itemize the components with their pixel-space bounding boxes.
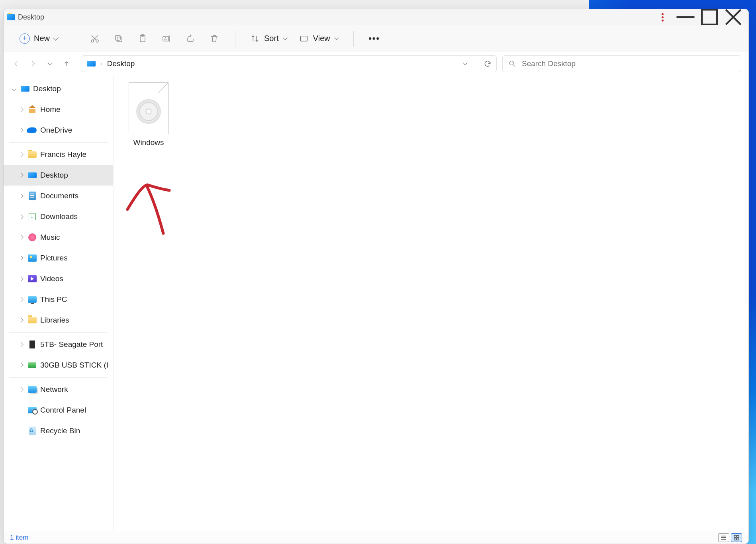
tree-item-videos[interactable]: Videos — [4, 268, 113, 289]
tree-item-music[interactable]: Music — [4, 227, 113, 248]
rename-icon: A — [162, 34, 171, 43]
trash-icon — [210, 34, 219, 43]
scissors-icon — [90, 34, 100, 43]
tree-item-this-pc[interactable]: This PC — [4, 289, 113, 310]
share-button[interactable] — [181, 29, 200, 48]
expand-toggle-icon[interactable] — [18, 151, 24, 158]
folder-icon — [28, 151, 37, 158]
tree-item-usb-drive[interactable]: 30GB USB STICK (I — [4, 355, 113, 376]
content-pane[interactable]: Windows — [114, 75, 748, 531]
desktop-icon — [28, 172, 37, 178]
expand-toggle-icon[interactable] — [18, 172, 24, 178]
new-button[interactable]: + New — [15, 31, 63, 46]
expand-toggle-icon[interactable] — [18, 296, 24, 303]
close-button[interactable] — [721, 9, 745, 25]
cut-button[interactable] — [85, 29, 104, 48]
expand-toggle-icon[interactable] — [18, 234, 24, 241]
up-button[interactable] — [61, 60, 72, 67]
address-bar[interactable]: › Desktop — [82, 55, 497, 72]
tree-item-control-panel[interactable]: Control Panel — [4, 400, 113, 421]
tree-label: Desktop — [33, 84, 61, 93]
this-pc-icon — [28, 296, 37, 303]
tree-item-onedrive[interactable]: OneDrive — [4, 120, 113, 141]
tree-item-recycle-bin[interactable]: Recycle Bin — [4, 421, 113, 441]
expand-toggle-icon[interactable] — [18, 362, 24, 368]
copy-icon — [114, 34, 123, 43]
list-lines-icon — [721, 534, 727, 541]
svg-point-16 — [509, 61, 513, 65]
tree-label: 5TB- Seagate Port — [40, 340, 103, 349]
tree-item-desktop[interactable]: Desktop — [4, 165, 113, 186]
titlebar[interactable]: Desktop — [4, 9, 748, 25]
expand-toggle-icon[interactable] — [18, 317, 24, 323]
more-button[interactable]: ••• — [365, 29, 384, 48]
expand-toggle-icon[interactable] — [18, 386, 24, 393]
expand-toggle-icon[interactable] — [18, 106, 24, 113]
expand-toggle-icon[interactable] — [11, 86, 17, 92]
recording-indicator-icon[interactable] — [654, 13, 670, 22]
tree-item-libraries[interactable]: Libraries — [4, 310, 113, 331]
toolbar-divider — [235, 31, 235, 47]
icons-view-toggle[interactable] — [731, 533, 742, 542]
expand-toggle-icon[interactable] — [18, 193, 24, 199]
tree-item-network[interactable]: Network — [4, 379, 113, 400]
ellipsis-icon: ••• — [368, 33, 380, 44]
chevron-down-icon[interactable] — [463, 61, 467, 65]
tree-item-external-drive[interactable]: 5TB- Seagate Port — [4, 334, 113, 355]
expand-toggle-icon[interactable] — [18, 213, 24, 220]
new-button-label: New — [34, 34, 50, 43]
paste-button[interactable] — [133, 29, 152, 48]
delete-button[interactable] — [205, 29, 224, 48]
toolbar-divider — [74, 31, 74, 47]
location-folder-icon — [87, 61, 96, 67]
tree-label: Pictures — [40, 254, 68, 262]
recent-locations-button[interactable] — [44, 63, 55, 65]
drive-icon — [29, 340, 35, 348]
tree-label: Network — [40, 385, 68, 394]
view-button[interactable]: View — [296, 34, 342, 43]
forward-button[interactable] — [27, 60, 39, 67]
copy-button[interactable] — [109, 29, 128, 48]
details-view-toggle[interactable] — [718, 533, 729, 542]
chevron-down-icon — [283, 35, 287, 40]
search-input[interactable] — [522, 59, 735, 68]
tree-item-desktop-root[interactable]: Desktop — [4, 78, 113, 99]
search-bar[interactable] — [502, 55, 741, 72]
tree-item-pictures[interactable]: Pictures — [4, 248, 113, 268]
svg-rect-21 — [734, 535, 736, 537]
window-title: Desktop — [18, 13, 44, 22]
expand-toggle-icon[interactable] — [18, 341, 24, 348]
file-item-iso[interactable]: Windows — [125, 82, 172, 147]
rename-button[interactable]: A — [157, 29, 176, 48]
maximize-button[interactable] — [697, 9, 721, 25]
tree-label: Francis Hayle — [40, 150, 86, 159]
file-explorer-window: Desktop + New — [3, 9, 749, 544]
share-icon — [186, 34, 195, 43]
plus-circle-icon: + — [20, 33, 30, 44]
expand-toggle-icon[interactable] — [18, 276, 24, 282]
tree-item-home[interactable]: Home — [4, 99, 113, 120]
expand-toggle-icon[interactable] — [18, 255, 24, 261]
toolbar-divider — [353, 31, 354, 47]
documents-icon — [29, 192, 36, 200]
navigation-row: › Desktop — [4, 52, 748, 75]
control-panel-icon — [28, 407, 37, 413]
svg-text:A: A — [164, 37, 167, 41]
disc-image-file-icon — [129, 82, 168, 134]
back-button[interactable] — [11, 60, 22, 67]
sort-button[interactable]: Sort — [247, 34, 291, 43]
tree-label: Music — [40, 233, 60, 242]
sort-icon — [251, 34, 259, 43]
expand-toggle-icon[interactable] — [18, 127, 24, 133]
chevron-down-icon — [53, 35, 59, 40]
svg-rect-23 — [734, 538, 736, 540]
minimize-button[interactable] — [674, 9, 697, 25]
tree-item-documents[interactable]: Documents — [4, 186, 113, 206]
svg-rect-8 — [117, 37, 122, 42]
breadcrumb-current[interactable]: Desktop — [107, 59, 135, 68]
command-toolbar: + New A Sort View — [4, 25, 748, 52]
tree-item-downloads[interactable]: Downloads — [4, 206, 113, 227]
status-bar: 1 item — [4, 531, 748, 544]
refresh-icon[interactable] — [484, 60, 492, 68]
tree-item-user-folder[interactable]: Francis Hayle — [4, 144, 113, 165]
